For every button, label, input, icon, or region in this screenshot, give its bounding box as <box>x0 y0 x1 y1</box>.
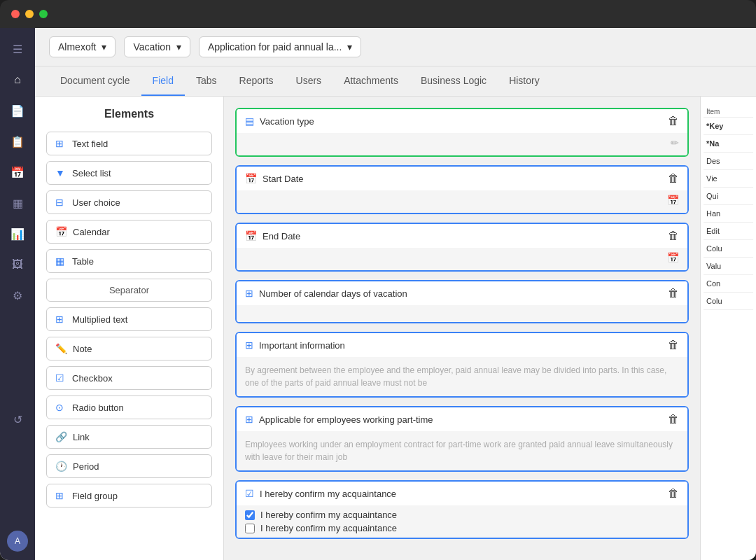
field-start-date-header: 📅 Start Date 🗑 <box>237 167 687 190</box>
confirm-acquaintance-delete-button[interactable]: 🗑 <box>668 487 679 500</box>
element-calendar[interactable]: 📅 Calendar <box>46 220 212 244</box>
sidebar-nav-image[interactable]: 🖼 <box>5 252 30 277</box>
important-info-label: Important information <box>259 340 345 351</box>
sidebar-nav-menu[interactable]: ☰ <box>5 36 30 62</box>
sidebar-nav-refresh[interactable]: ↺ <box>5 407 30 432</box>
close-button[interactable] <box>11 10 20 18</box>
link-icon: 🔗 <box>55 431 67 442</box>
confirm-acquaintance-checkbox-checked[interactable] <box>245 510 255 520</box>
prop-item-quick[interactable]: Qui <box>704 188 753 205</box>
confirm-acquaintance-label: I hereby confirm my acquaintance <box>260 489 396 499</box>
sidebar-nav-calendar[interactable]: 📅 <box>5 160 30 185</box>
element-note[interactable]: ✏️ Note <box>46 337 212 360</box>
tab-attachments[interactable]: Attachments <box>332 66 410 96</box>
field-applicable-part-time-header: ⊞ Applicable for employees working part-… <box>237 407 687 431</box>
calendar-days-body <box>237 305 687 322</box>
tab-users[interactable]: Users <box>285 66 333 96</box>
prop-item-column2[interactable]: Colu <box>704 293 753 310</box>
start-date-field-icon: 📅 <box>245 173 257 184</box>
prop-item-label: Item <box>704 102 753 118</box>
start-date-label: Start Date <box>262 174 304 184</box>
sidebar-nav-chart[interactable]: 📊 <box>5 221 30 246</box>
prop-item-name[interactable]: *Na <box>704 135 753 153</box>
element-checkbox[interactable]: ☑ Checkbox <box>46 366 212 390</box>
confirm-acquaintance-checkbox-unchecked[interactable] <box>245 524 255 533</box>
confirm-acquaintance-field-icon: ☑ <box>245 488 254 499</box>
tab-tabs[interactable]: Tabs <box>185 66 228 96</box>
sidebar-nav-table[interactable]: ▦ <box>5 190 30 216</box>
start-date-body: 📅 <box>237 190 687 213</box>
prop-item-column[interactable]: Colu <box>704 240 753 258</box>
calendar-days-field-icon: ⊞ <box>245 288 253 299</box>
prop-item-edit[interactable]: Edit <box>704 223 753 240</box>
element-radio-button[interactable]: ⊙ Radio button <box>46 396 212 419</box>
field-vacation-type: ▤ Vacation type 🗑 ✏ <box>235 108 689 157</box>
tab-reports[interactable]: Reports <box>228 66 285 96</box>
element-period[interactable]: 🕐 Period <box>46 454 212 478</box>
vacation-type-delete-button[interactable]: 🗑 <box>668 115 679 127</box>
end-date-calendar-icon: 📅 <box>667 252 679 263</box>
multiplied-text-icon: ⊞ <box>55 314 66 325</box>
document-dropdown[interactable]: Application for paid annual la... ▾ <box>199 36 361 57</box>
period-icon: 🕐 <box>55 461 67 472</box>
table-icon: ▦ <box>55 255 66 267</box>
field-applicable-part-time: ⊞ Applicable for employees working part-… <box>235 406 689 472</box>
tab-history[interactable]: History <box>498 66 551 96</box>
prop-item-handle[interactable]: Han <box>704 205 753 223</box>
field-confirm-acquaintance-header: ☑ I hereby confirm my acquaintance 🗑 <box>237 482 687 505</box>
field-important-info-header: ⊞ Important information 🗑 <box>237 333 687 357</box>
end-date-delete-button[interactable]: 🗑 <box>668 230 679 242</box>
prop-item-description[interactable]: Des <box>704 153 753 170</box>
minimize-button[interactable] <box>25 10 34 18</box>
important-info-delete-button[interactable]: 🗑 <box>668 339 679 351</box>
element-field-group[interactable]: ⊞ Field group <box>46 484 212 507</box>
element-user-choice[interactable]: ⊟ User choice <box>46 190 212 214</box>
prop-item-view[interactable]: Vie <box>704 170 753 188</box>
confirm-acquaintance-checked-label: I hereby confirm my acquaintance <box>260 510 397 520</box>
calendar-days-label: Number of calendar days of vacation <box>259 288 407 299</box>
radio-button-icon: ⊙ <box>55 402 66 413</box>
field-end-date-header: 📅 End Date 🗑 <box>237 224 687 248</box>
applicable-part-time-delete-button[interactable]: 🗑 <box>668 413 679 426</box>
tab-business-logic[interactable]: Business Logic <box>410 66 498 96</box>
maximize-button[interactable] <box>39 10 48 18</box>
app-layout: ☰ ⌂ 📄 📋 📅 ▦ 📊 🖼 ⚙ ↺ A Almexoft ▾ Vacatio… <box>0 28 756 560</box>
element-link[interactable]: 🔗 Link <box>46 425 212 449</box>
sidebar-nav-home[interactable]: ⌂ <box>5 67 30 92</box>
prop-item-condition[interactable]: Con <box>704 275 753 293</box>
sidebar-nav-documents[interactable]: 📄 <box>5 98 30 123</box>
element-table[interactable]: ▦ Table <box>46 249 212 273</box>
topbar: Almexoft ▾ Vacation ▾ Application for pa… <box>35 28 756 66</box>
vacation-type-label: Vacation type <box>260 116 314 127</box>
note-icon: ✏️ <box>55 343 67 354</box>
start-date-delete-button[interactable]: 🗑 <box>668 172 679 185</box>
confirm-acquaintance-body: I hereby confirm my acquaintance I hereb… <box>237 505 687 538</box>
vacation-type-body: ✏ <box>237 133 687 155</box>
sidebar-nav-settings[interactable]: ⚙ <box>5 283 30 308</box>
main-content: Almexoft ▾ Vacation ▾ Application for pa… <box>35 28 756 560</box>
tab-document-cycle[interactable]: Document cycle <box>49 66 141 96</box>
element-separator[interactable]: Separator <box>46 279 212 302</box>
start-date-calendar-icon: 📅 <box>667 195 679 206</box>
field-editor: ▤ Vacation type 🗑 ✏ 📅 Start Date <box>224 97 700 560</box>
element-text-field[interactable]: ⊞ Text field <box>46 132 212 155</box>
module-dropdown[interactable]: Vacation ▾ <box>124 36 190 57</box>
end-date-field-icon: 📅 <box>245 230 257 241</box>
prop-item-key[interactable]: *Key <box>704 118 753 135</box>
titlebar <box>0 0 756 28</box>
calendar-days-delete-button[interactable]: 🗑 <box>668 287 679 300</box>
field-vacation-type-header: ▤ Vacation type 🗑 <box>237 109 687 133</box>
sidebar-nav-clipboard[interactable]: 📋 <box>5 129 30 154</box>
field-start-date: 📅 Start Date 🗑 📅 <box>235 165 689 214</box>
elements-sidebar: Elements ⊞ Text field ▼ Select list ⊟ Us… <box>35 97 224 560</box>
element-select-list[interactable]: ▼ Select list <box>46 161 212 185</box>
tab-field[interactable]: Field <box>141 66 185 96</box>
applicable-part-time-text: Employees working under an employment co… <box>245 435 679 466</box>
properties-panel: Item *Key *Na Des Vie Qui Han Edit Colu … <box>700 97 756 560</box>
avatar[interactable]: A <box>7 531 28 552</box>
applicable-part-time-label: Applicable for employees working part-ti… <box>259 414 433 425</box>
main-panel: Elements ⊞ Text field ▼ Select list ⊟ Us… <box>35 97 756 560</box>
prop-item-value[interactable]: Valu <box>704 258 753 275</box>
element-multiplied-text[interactable]: ⊞ Multiplied text <box>46 307 212 331</box>
company-dropdown[interactable]: Almexoft ▾ <box>49 36 115 57</box>
